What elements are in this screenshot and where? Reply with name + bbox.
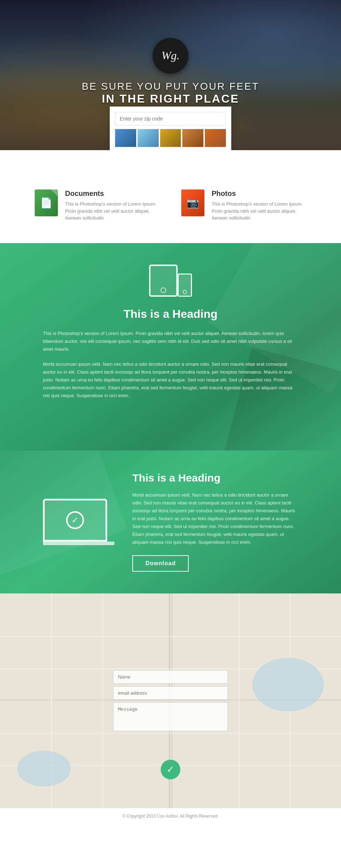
green-section-2-body: Morbi accumsan ipsum velit. Nam nec tell… <box>132 491 298 547</box>
thumb-3 <box>160 129 181 147</box>
green-section-1-heading: This is a Heading <box>43 307 298 321</box>
tagline-line2: IN THE RIGHT PLACE <box>82 92 260 105</box>
hero-tagline: BE SURE YOU PUT YOUR FEET IN THE RIGHT P… <box>82 81 260 105</box>
download-button[interactable]: Download <box>132 555 189 572</box>
documents-description: This is Photoshop's version of Lorem Ips… <box>65 201 160 222</box>
copyright-text: © Copyright 2013 Css Author. All Rights … <box>5 814 336 819</box>
footer: © Copyright 2013 Css Author. All Rights … <box>0 808 341 824</box>
green-section-1: This is a Heading This is Photoshop's ve… <box>0 243 341 450</box>
logo: Wg. <box>153 38 188 74</box>
message-input[interactable] <box>113 702 228 731</box>
map-section: ✓ <box>0 593 341 808</box>
green-section-2-heading: This is a Heading <box>132 472 298 484</box>
name-input[interactable] <box>113 670 228 684</box>
documents-title: Documents <box>65 189 160 198</box>
phone-icon <box>178 273 192 297</box>
devices-icon <box>149 265 192 297</box>
documents-icon: 📄 <box>35 189 58 216</box>
document-glyph: 📄 <box>40 197 53 209</box>
green-section-2: ✓ This is a Heading Morbi accumsan ipsum… <box>0 450 341 593</box>
tablet-icon <box>149 265 178 297</box>
hero-section: Wg. BE SURE YOU PUT YOUR FEET IN THE RIG… <box>0 0 341 150</box>
tagline-line1: BE SURE YOU PUT YOUR FEET <box>82 81 260 92</box>
laptop-screen: ✓ <box>43 499 107 542</box>
thumb-4 <box>182 129 203 147</box>
documents-text: Documents This is Photoshop's version of… <box>65 189 160 222</box>
photos-description: This is Photoshop's version of Lorem Ips… <box>212 201 306 222</box>
features-section: 📄 Documents This is Photoshop's version … <box>0 150 341 243</box>
contact-form <box>113 670 228 731</box>
thumb-1 <box>115 129 136 147</box>
zip-input[interactable] <box>115 112 226 125</box>
checkmark-icon: ✓ <box>66 511 84 529</box>
laptop-icon: ✓ <box>43 499 114 545</box>
map-check-icon: ✓ <box>161 760 181 779</box>
email-input[interactable] <box>113 686 228 700</box>
thumb-5 <box>205 129 226 147</box>
green-section-2-text: This is a Heading Morbi accumsan ipsum v… <box>132 472 298 572</box>
thumb-2 <box>138 129 159 147</box>
photos-icon: 📷 <box>181 189 204 216</box>
photos-text: Photos This is Photoshop's version of Lo… <box>212 189 306 222</box>
feature-documents: 📄 Documents This is Photoshop's version … <box>35 189 160 222</box>
green-section-1-para1: This is Photoshop's version of Lorem Ips… <box>43 330 298 353</box>
camera-glyph: 📷 <box>187 197 199 209</box>
green-section-1-para2: Morbi accumsan ipsum velit. Nam nec tell… <box>43 360 298 400</box>
laptop-base <box>43 542 114 545</box>
photos-title: Photos <box>212 189 306 198</box>
logo-text: Wg. <box>162 49 180 62</box>
hero-card: This is Photoshop's version of Lorem Ips… <box>110 107 231 150</box>
thumbnail-row <box>115 129 226 147</box>
feature-photos: 📷 Photos This is Photoshop's version of … <box>181 189 306 222</box>
road-v-2 <box>102 593 103 808</box>
road-v-4 <box>239 593 239 808</box>
map-water-1 <box>252 658 324 711</box>
map-water-2 <box>17 751 71 786</box>
